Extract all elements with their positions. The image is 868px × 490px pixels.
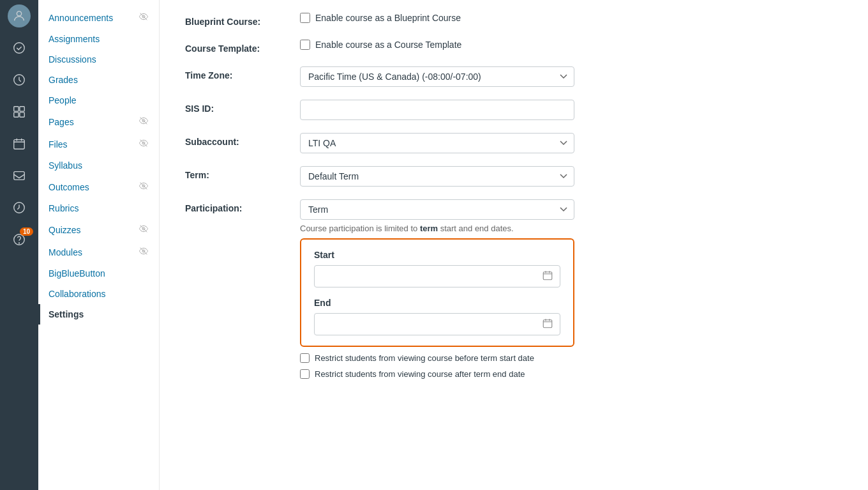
badge-nav-icon[interactable] bbox=[0, 32, 38, 64]
sidebar-item-discussions[interactable]: Discussions bbox=[38, 49, 159, 70]
subaccount-label: Subaccount: bbox=[185, 133, 300, 147]
settings-main-content: Blueprint Course: Enable course as a Blu… bbox=[160, 0, 868, 490]
date-range-box: Start End bbox=[300, 238, 574, 347]
help-badge: 10 bbox=[20, 227, 33, 236]
restrict-before-row: Restrict students from viewing course be… bbox=[300, 353, 574, 363]
end-label: End bbox=[314, 298, 560, 308]
help-nav-icon[interactable]: 10 bbox=[0, 224, 38, 256]
term-select[interactable]: Default Term Fall 2024 Spring 2025 bbox=[300, 166, 574, 187]
svg-rect-24 bbox=[543, 272, 552, 280]
sidebar-item-syllabus[interactable]: Syllabus bbox=[38, 155, 159, 176]
svg-rect-25 bbox=[543, 320, 552, 328]
pages-visibility-icon[interactable] bbox=[138, 116, 149, 128]
svg-rect-4 bbox=[20, 107, 24, 111]
history-nav-icon[interactable] bbox=[0, 192, 38, 224]
sidebar-item-announcements[interactable]: Announcements bbox=[38, 6, 159, 29]
subaccount-row: Subaccount: LTI QA Default Account bbox=[185, 133, 842, 153]
sidebar-item-outcomes[interactable]: Outcomes bbox=[38, 176, 159, 198]
sidebar-item-people[interactable]: People bbox=[38, 90, 159, 111]
sidebar-item-modules[interactable]: Modules bbox=[38, 241, 159, 263]
restrict-after-checkbox[interactable] bbox=[300, 369, 310, 379]
participation-label: Participation: bbox=[185, 199, 300, 213]
sidebar-item-collaborations[interactable]: Collaborations bbox=[38, 284, 159, 304]
restrict-before-checkbox[interactable] bbox=[300, 353, 310, 363]
time-zone-control: Pacific Time (US & Canada) (-08:00/-07:0… bbox=[300, 66, 574, 87]
course-template-control: Enable course as a Course Template bbox=[300, 40, 574, 50]
sidebar-item-grades[interactable]: Grades bbox=[38, 70, 159, 90]
files-visibility-icon[interactable] bbox=[138, 138, 149, 150]
clock-nav-icon[interactable] bbox=[0, 64, 38, 96]
participation-control: Term Course No Participation Course part… bbox=[300, 199, 574, 379]
sidebar-item-assignments[interactable]: Assignments bbox=[38, 29, 159, 49]
quizzes-visibility-icon[interactable] bbox=[138, 224, 149, 236]
sidebar-item-settings[interactable]: Settings bbox=[38, 304, 159, 325]
avatar[interactable] bbox=[0, 0, 38, 32]
start-date-input[interactable] bbox=[315, 266, 535, 287]
restrict-after-label: Restrict students from viewing course af… bbox=[315, 369, 525, 379]
sidebar-item-rubrics[interactable]: Rubrics bbox=[38, 198, 159, 218]
start-date-calendar-button[interactable] bbox=[535, 266, 560, 287]
course-template-checkbox[interactable] bbox=[300, 40, 310, 50]
sis-id-control bbox=[300, 100, 574, 120]
time-zone-select[interactable]: Pacific Time (US & Canada) (-08:00/-07:0… bbox=[300, 66, 574, 87]
participation-row: Participation: Term Course No Participat… bbox=[185, 199, 842, 379]
time-zone-row: Time Zone: Pacific Time (US & Canada) (-… bbox=[185, 66, 842, 87]
announcements-visibility-icon[interactable] bbox=[138, 11, 149, 24]
course-template-row: Course Template: Enable course as a Cour… bbox=[185, 40, 842, 54]
subaccount-control: LTI QA Default Account bbox=[300, 133, 574, 153]
restrict-after-row: Restrict students from viewing course af… bbox=[300, 369, 574, 379]
modules-visibility-icon[interactable] bbox=[138, 246, 149, 258]
end-date-calendar-button[interactable] bbox=[535, 314, 560, 335]
courses-nav-icon[interactable] bbox=[0, 96, 38, 128]
svg-rect-6 bbox=[20, 112, 24, 117]
inbox-nav-icon[interactable] bbox=[0, 160, 38, 192]
term-control: Default Term Fall 2024 Spring 2025 bbox=[300, 166, 574, 187]
blueprint-course-label: Blueprint Course: bbox=[185, 13, 300, 27]
term-label: Term: bbox=[185, 166, 300, 180]
subaccount-select[interactable]: LTI QA Default Account bbox=[300, 133, 574, 153]
calendar-nav-icon[interactable] bbox=[0, 128, 38, 160]
svg-point-0 bbox=[17, 11, 21, 16]
sidebar-item-files[interactable]: Files bbox=[38, 133, 159, 155]
icon-rail: 10 bbox=[0, 0, 38, 490]
start-label: Start bbox=[314, 250, 560, 260]
svg-rect-3 bbox=[14, 107, 19, 111]
end-date-input[interactable] bbox=[315, 314, 535, 335]
svg-point-11 bbox=[19, 243, 20, 243]
course-nav-sidebar: Announcements Assignments Discussions Gr… bbox=[38, 0, 160, 490]
sis-id-row: SIS ID: bbox=[185, 100, 842, 120]
term-row: Term: Default Term Fall 2024 Spring 2025 bbox=[185, 166, 842, 187]
svg-point-1 bbox=[14, 43, 25, 54]
sis-id-label: SIS ID: bbox=[185, 100, 300, 114]
outcomes-visibility-icon[interactable] bbox=[138, 181, 149, 193]
course-template-checkbox-label: Enable course as a Course Template bbox=[315, 40, 461, 50]
blueprint-course-row: Blueprint Course: Enable course as a Blu… bbox=[185, 13, 842, 27]
participation-select[interactable]: Term Course No Participation bbox=[300, 199, 574, 220]
start-date-input-wrap bbox=[314, 265, 560, 287]
blueprint-course-control: Enable course as a Blueprint Course bbox=[300, 13, 574, 23]
blueprint-course-checkbox-label: Enable course as a Blueprint Course bbox=[315, 13, 461, 23]
sidebar-item-pages[interactable]: Pages bbox=[38, 111, 159, 133]
sidebar-item-quizzes[interactable]: Quizzes bbox=[38, 218, 159, 241]
time-zone-label: Time Zone: bbox=[185, 66, 300, 80]
end-date-input-wrap bbox=[314, 313, 560, 335]
svg-rect-5 bbox=[14, 112, 19, 117]
sidebar-item-bigbluebutton[interactable]: BigBlueButton bbox=[38, 263, 159, 284]
sis-id-input[interactable] bbox=[300, 100, 574, 120]
restrict-before-label: Restrict students from viewing course be… bbox=[315, 353, 534, 363]
blueprint-course-checkbox[interactable] bbox=[300, 13, 310, 23]
course-template-label: Course Template: bbox=[185, 40, 300, 54]
participation-note: Course participation is limited to term … bbox=[300, 224, 574, 233]
svg-rect-7 bbox=[14, 140, 25, 149]
